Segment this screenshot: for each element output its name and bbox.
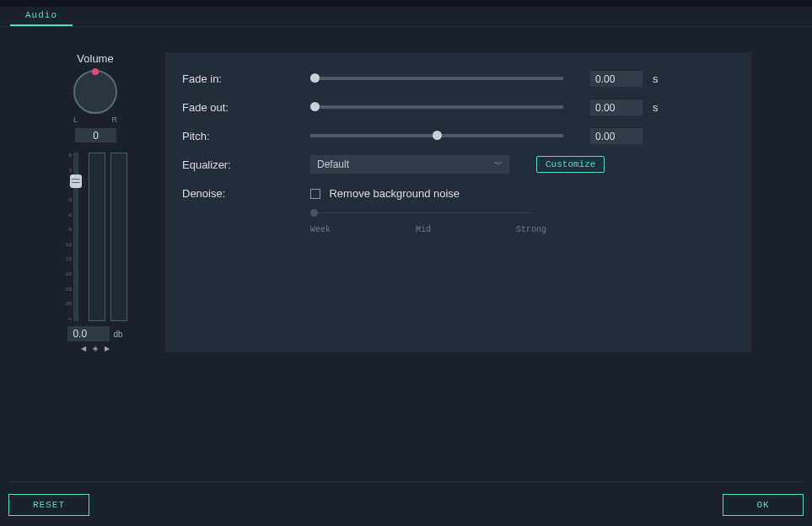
- scale-tick: 3: [62, 168, 72, 173]
- denoise-level-strong: Strong: [516, 225, 546, 234]
- db-row: 0.0 db: [67, 326, 122, 341]
- denoise-checkbox[interactable]: [310, 189, 320, 199]
- pitch-label: Pitch:: [182, 130, 300, 142]
- fade-out-row: Fade out: 0.00 s: [182, 93, 734, 121]
- keyframe-add-icon[interactable]: ◈: [93, 345, 98, 352]
- volume-slider-thumb[interactable]: [70, 174, 82, 188]
- volume-title: Volume: [77, 52, 113, 65]
- footer-bar: RESET OK: [8, 481, 804, 516]
- content-area: Volume L R 0 6 3 0 -3 -6 -9 -12 -15 -20 …: [0, 27, 812, 352]
- volume-meters: 6 3 0 -3 -6 -9 -12 -15 -20 -25 -35 ∞: [62, 153, 129, 321]
- pitch-slider[interactable]: [310, 134, 563, 137]
- denoise-checkbox-wrap[interactable]: Remove background noise: [310, 185, 460, 201]
- equalizer-label: Equalizer:: [182, 158, 300, 171]
- tab-bar: Audio: [0, 7, 812, 27]
- denoise-strength-group: Week Mid Strong: [310, 212, 734, 234]
- scale-tick: -20: [62, 271, 72, 276]
- volume-panel: Volume L R 0 6 3 0 -3 -6 -9 -12 -15 -20 …: [49, 52, 142, 352]
- fade-in-value-input[interactable]: 0.00: [590, 70, 643, 87]
- fade-in-slider[interactable]: [310, 77, 563, 80]
- volume-slider-track[interactable]: [73, 153, 78, 321]
- balance-dial[interactable]: [73, 70, 117, 114]
- equalizer-row: Equalizer: Default ﹀ Customize: [182, 150, 734, 179]
- balance-right-label: R: [112, 115, 118, 124]
- denoise-strength-thumb[interactable]: [310, 209, 318, 217]
- reset-button[interactable]: RESET: [8, 494, 89, 516]
- scale-tick: -6: [62, 212, 72, 217]
- audio-settings-panel: Fade in: 0.00 s Fade out: 0.00 s Pitch: …: [165, 52, 751, 352]
- scale-tick: -3: [62, 197, 72, 202]
- db-value-input[interactable]: 0.0: [67, 326, 110, 341]
- fade-out-unit: s: [653, 101, 659, 114]
- pitch-row: Pitch: 0.00: [182, 121, 734, 150]
- balance-lr-labels: L R: [73, 115, 117, 124]
- scale-tick: -15: [62, 256, 72, 261]
- fade-out-thumb[interactable]: [310, 102, 320, 111]
- denoise-strength-labels: Week Mid Strong: [310, 225, 546, 234]
- denoise-label: Denoise:: [182, 187, 300, 200]
- denoise-level-weak: Week: [310, 225, 331, 234]
- denoise-strength-slider[interactable]: [310, 212, 530, 213]
- db-unit-label: db: [113, 330, 122, 339]
- fade-in-row: Fade in: 0.00 s: [182, 64, 734, 93]
- scale-tick: -12: [62, 242, 72, 247]
- fade-out-label: Fade out:: [182, 101, 300, 114]
- balance-dial-indicator: [92, 68, 99, 75]
- fade-in-label: Fade in:: [182, 72, 300, 85]
- fade-in-thumb[interactable]: [310, 73, 320, 83]
- ok-button[interactable]: OK: [723, 494, 804, 516]
- denoise-checkbox-label: Remove background noise: [329, 187, 460, 200]
- tab-audio[interactable]: Audio: [10, 7, 73, 26]
- window-topbar: [0, 0, 812, 7]
- volume-nav-icons: ◀ ◈ ▶: [81, 345, 110, 352]
- scale-tick: -35: [62, 301, 72, 306]
- customize-button[interactable]: Customize: [536, 156, 605, 173]
- equalizer-selected-value: Default: [317, 158, 349, 170]
- balance-value-input[interactable]: 0: [74, 127, 116, 142]
- denoise-row: Denoise: Remove background noise: [182, 179, 734, 207]
- pitch-thumb[interactable]: [433, 131, 442, 140]
- meter-left: [89, 153, 105, 321]
- keyframe-next-icon[interactable]: ▶: [105, 345, 110, 352]
- denoise-level-mid: Mid: [416, 225, 431, 234]
- equalizer-select[interactable]: Default ﹀: [310, 155, 509, 174]
- chevron-down-icon: ﹀: [494, 158, 503, 170]
- balance-left-label: L: [73, 115, 78, 124]
- fade-out-slider[interactable]: [310, 105, 563, 109]
- fade-in-unit: s: [653, 72, 659, 85]
- meter-right: [110, 153, 127, 321]
- fade-out-value-input[interactable]: 0.00: [590, 99, 643, 115]
- keyframe-prev-icon[interactable]: ◀: [81, 345, 86, 352]
- scale-tick: 6: [62, 153, 72, 158]
- scale-tick: -25: [62, 287, 72, 292]
- scale-tick: ∞: [62, 316, 72, 321]
- scale-tick: -9: [62, 227, 72, 232]
- pitch-value-input[interactable]: 0.00: [590, 127, 643, 144]
